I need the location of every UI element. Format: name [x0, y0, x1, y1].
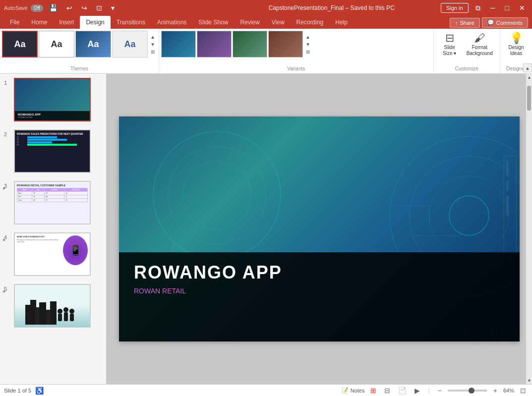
- format-background-button[interactable]: 🖌 FormatBackground: [464, 31, 496, 58]
- redo-btn[interactable]: ↪: [78, 3, 90, 13]
- slide-thumb-5[interactable]: 5 ★: [0, 280, 106, 332]
- slide-thumb-1[interactable]: 1 ROWANGO APP ROWAN RETAIL: [0, 74, 106, 125]
- slide-panel[interactable]: 1 ROWANGO APP ROWAN RETAIL 2 ROWANGO SAL…: [0, 74, 107, 384]
- slide-thumb-3[interactable]: 3 ★ ROWANGO RETAIL CUSTOMER SAMPLE NameA…: [0, 177, 106, 228]
- theme-aa-3: Aa: [87, 39, 99, 50]
- close-btn[interactable]: ✕: [516, 3, 528, 13]
- comments-button[interactable]: 💬 Comments: [482, 17, 528, 28]
- chevron-up-icon: ▲: [525, 65, 530, 71]
- variant-item-3[interactable]: [233, 31, 267, 57]
- svg-rect-23: [506, 161, 509, 176]
- tab-animations[interactable]: Animations: [151, 16, 192, 29]
- main-area: 1 ROWANGO APP ROWAN RETAIL 2 ROWANGO SAL…: [0, 74, 532, 384]
- slide-image-1[interactable]: ROWANGO APP ROWAN RETAIL: [14, 78, 91, 121]
- undo-btn[interactable]: ↩: [63, 3, 75, 13]
- slide-image-4[interactable]: WHAT DOES ROWANGO DO? Rowango is a retai…: [14, 232, 91, 276]
- thumb1-sub: ROWAN RETAIL: [18, 116, 87, 118]
- status-bar: Slide 1 of 5 ♿ 📝 Notes ⊞ ⊟ 📄 ▶ | − + 64%…: [0, 384, 532, 396]
- tab-slideshow[interactable]: Slide Show: [192, 16, 234, 29]
- maximize-btn[interactable]: □: [502, 3, 512, 13]
- tab-design[interactable]: Design: [80, 16, 110, 29]
- svg-point-15: [449, 196, 489, 235]
- zoom-out-btn[interactable]: −: [436, 386, 444, 396]
- svg-rect-5: [50, 301, 57, 325]
- thumb3-table: NameAgeLocationPurchases Alice28NY12 Bob…: [17, 188, 88, 202]
- autosave-toggle[interactable]: Off: [31, 4, 43, 12]
- notes-button[interactable]: 📝 Notes: [342, 387, 365, 394]
- slide-size-button[interactable]: ⊟ SlideSize ▾: [438, 31, 462, 58]
- slide-sorter-btn[interactable]: ⊟: [382, 386, 392, 396]
- status-divider: |: [426, 387, 431, 394]
- variants-group: ▲ ▼ ⊞ Variants: [159, 29, 434, 73]
- canvas-area: ROWANGO APP ROWAN RETAIL ▲ ▼: [107, 74, 532, 384]
- slide-image-2[interactable]: ROWANGO SALES PREDICTIONS FOR NEXT QUART…: [14, 129, 91, 173]
- tab-help[interactable]: Help: [329, 16, 354, 29]
- scroll-up-btn[interactable]: ▲: [526, 74, 532, 81]
- zoom-in-btn[interactable]: +: [491, 386, 499, 396]
- svg-point-26: [153, 132, 281, 259]
- themes-scroll-more[interactable]: ⊞: [149, 49, 157, 55]
- share-label: Share: [460, 20, 474, 26]
- slide-thumb-4[interactable]: 4 ★ WHAT DOES ROWANGO DO? Rowango is a r…: [0, 228, 106, 280]
- minimize-btn[interactable]: ─: [487, 3, 498, 13]
- slideshow-view-btn[interactable]: ▶: [413, 386, 422, 396]
- restore-down-btn[interactable]: ⧉: [473, 3, 483, 13]
- normal-view-btn[interactable]: ⊞: [368, 386, 378, 396]
- ribbon-collapse-button[interactable]: ▲: [523, 63, 532, 72]
- tab-file[interactable]: File: [4, 16, 25, 29]
- variants-label: Variants: [161, 66, 431, 71]
- accessibility-icon[interactable]: ♿: [35, 387, 44, 395]
- svg-rect-9: [64, 312, 68, 321]
- comments-label: Comments: [496, 20, 523, 26]
- signin-button[interactable]: Sign in: [441, 3, 469, 13]
- tab-transitions[interactable]: Transitions: [111, 16, 151, 29]
- slide-thumb-2[interactable]: 2 ROWANGO SALES PREDICTIONS FOR NEXT QUA…: [0, 125, 106, 177]
- customize-quick-btn[interactable]: ▾: [108, 3, 118, 13]
- ribbon-content: Aa Aa Aa Aa ▲ ▼ ⊞ Themes: [0, 29, 532, 73]
- theme-item-3[interactable]: Aa: [75, 31, 111, 57]
- window-title: CapstonePresentation_Final – Saved to th…: [222, 4, 440, 11]
- reading-view-btn[interactable]: 📄: [396, 386, 409, 396]
- tab-home[interactable]: Home: [25, 16, 53, 29]
- slide-image-5[interactable]: [14, 284, 91, 328]
- zoom-slider[interactable]: [448, 390, 487, 392]
- zoom-slider-thumb: [469, 388, 474, 394]
- design-ideas-label: DesignIdeas: [508, 45, 524, 57]
- variant-item-1[interactable]: [161, 31, 196, 57]
- save-btn[interactable]: 💾: [46, 3, 60, 13]
- design-ideas-button[interactable]: 💡 DesignIdeas: [504, 31, 528, 58]
- svg-rect-7: [58, 314, 62, 321]
- scroll-down-btn[interactable]: ▼: [526, 377, 532, 384]
- svg-point-14: [429, 176, 509, 255]
- thumb4-phone-img: 📱: [63, 235, 88, 265]
- slide-image-3[interactable]: ROWANGO RETAIL CUSTOMER SAMPLE NameAgeLo…: [14, 181, 91, 225]
- themes-row: Aa Aa Aa Aa ▲ ▼ ⊞: [2, 31, 157, 57]
- themes-scroll-up[interactable]: ▲: [149, 34, 157, 40]
- variants-scroll-down[interactable]: ▼: [304, 41, 312, 48]
- vertical-scrollbar[interactable]: ▲ ▼: [526, 74, 532, 384]
- tab-recording[interactable]: Recording: [291, 16, 330, 29]
- fit-slide-btn[interactable]: ⊡: [518, 386, 528, 396]
- theme-item-2[interactable]: Aa: [39, 31, 74, 57]
- svg-point-6: [58, 309, 62, 314]
- tech-pattern: [119, 116, 339, 274]
- thumb5-silhouettes: [25, 292, 80, 327]
- variants-scroll-more[interactable]: ⊞: [304, 49, 312, 55]
- variants-scroll-up[interactable]: ▲: [304, 34, 312, 40]
- variant-item-2[interactable]: [197, 31, 232, 57]
- tab-review[interactable]: Review: [234, 16, 265, 29]
- tab-view[interactable]: View: [266, 16, 291, 29]
- zoom-percent: 64%: [503, 388, 514, 394]
- theme-item-4[interactable]: Aa: [112, 31, 148, 57]
- theme-item-1[interactable]: Aa: [2, 31, 38, 57]
- main-slide-canvas[interactable]: ROWANGO APP ROWAN RETAIL: [119, 116, 520, 341]
- silhouettes-svg: [25, 292, 80, 325]
- present-btn[interactable]: ⊡: [93, 3, 105, 13]
- title-bar-left: AutoSave Off 💾 ↩ ↪ ⊡ ▾: [4, 3, 222, 13]
- slide-num-1: 1: [4, 78, 11, 86]
- comments-icon: 💬: [487, 19, 494, 26]
- share-button[interactable]: ↑ Share: [450, 18, 480, 28]
- tab-insert[interactable]: Insert: [53, 16, 80, 29]
- variant-item-4[interactable]: [268, 31, 303, 57]
- themes-scroll-down[interactable]: ▼: [149, 41, 157, 48]
